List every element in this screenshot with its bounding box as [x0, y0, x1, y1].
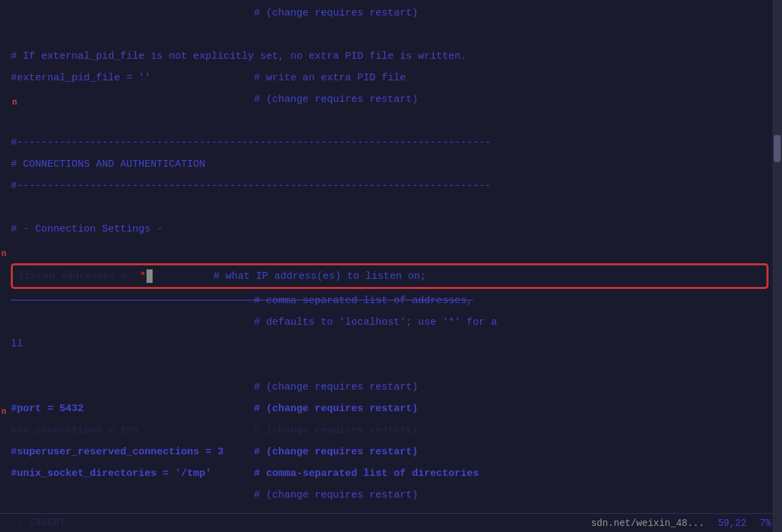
- line-21: max_connections = 100 # (change requires…: [11, 420, 768, 442]
- line-13: n: [11, 240, 768, 262]
- line-15: # comma-separated list of addresses,: [11, 290, 768, 312]
- line-20: #port = 5432 # (change requires restart)…: [11, 398, 768, 420]
- left-marker-5: n: [12, 92, 17, 113]
- line-4: #external_pid_file = '' # write an extra…: [11, 68, 768, 89]
- line-22: #superuser_reserved_connections = 3 # (c…: [11, 442, 768, 463]
- editor-container: # (change requires restart) # If externa…: [0, 0, 782, 532]
- left-marker-13: n: [1, 243, 6, 265]
- cursor-position: 59,22: [718, 518, 746, 529]
- line-23: #unix_socket_directories = '/tmp' # comm…: [11, 463, 768, 485]
- status-right: sdn.net/weixin_48... 59,22 7%: [591, 518, 771, 529]
- line-10: #---------------------------------------…: [11, 176, 768, 197]
- line-17: ll: [11, 334, 768, 355]
- listen-addresses-key: listen_addresses = ': [18, 271, 140, 282]
- listen-comment: # what IP address(es) to listen on;: [165, 271, 426, 282]
- line-7: [11, 122, 768, 132]
- line-1: # (change requires restart): [11, 3, 768, 24]
- status-mode: -- INSERT --: [11, 517, 591, 529]
- scroll-percent: 7%: [760, 518, 771, 529]
- line-6: [11, 111, 768, 122]
- watermark: sdn.net/weixin_48...: [591, 518, 704, 529]
- line-19: # (change requires restart): [11, 377, 768, 398]
- status-bar: -- INSERT -- sdn.net/weixin_48... 59,22 …: [0, 513, 782, 532]
- line-24: # (change requires restart): [11, 485, 768, 506]
- code-area: # (change requires restart) # If externa…: [0, 0, 782, 513]
- line-8: #---------------------------------------…: [11, 132, 768, 154]
- text-cursor: [147, 269, 153, 283]
- line-3: # If external_pid_file is not explicitly…: [11, 46, 768, 68]
- line-2: [11, 24, 768, 46]
- line-12: # - Connection Settings -: [11, 219, 768, 240]
- line-14-highlighted[interactable]: listen_addresses = '*' # what IP address…: [11, 263, 768, 289]
- left-marker-20: n: [1, 401, 6, 423]
- listen-value: *: [140, 271, 146, 282]
- line-18: [11, 355, 768, 377]
- line-25: [11, 506, 768, 513]
- listen-close-quote: ': [153, 271, 159, 282]
- line-5: # (change requires restart) n: [11, 89, 768, 111]
- line-9: # CONNECTIONS AND AUTHENTICATION: [11, 154, 768, 176]
- line-11: [11, 197, 768, 219]
- line-16: # defaults to 'localhost'; use '*' for a: [11, 312, 768, 334]
